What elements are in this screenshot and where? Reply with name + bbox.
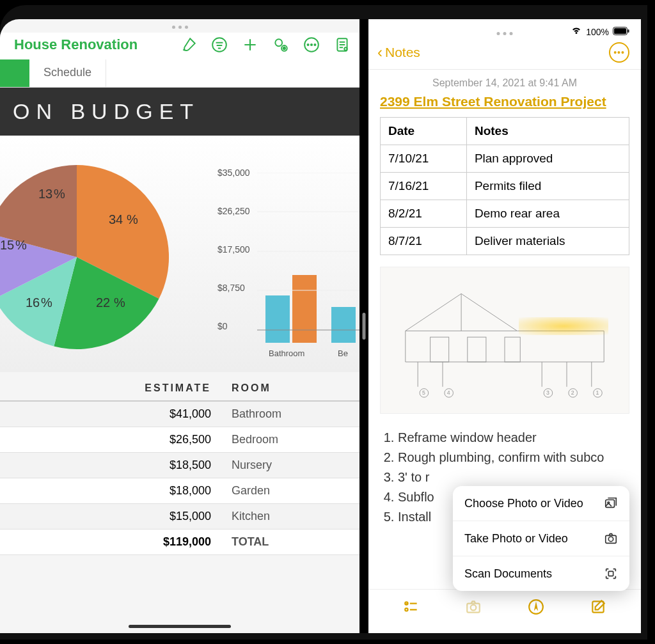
table-row[interactable]: 8/2/21Demo rear area (381, 200, 629, 228)
list-item[interactable]: Reframe window header (398, 428, 629, 448)
note-table[interactable]: DateNotes 7/10/21Plan approved7/16/21Per… (380, 117, 629, 255)
photo-library-icon (604, 496, 618, 510)
svg-point-5 (308, 44, 309, 45)
svg-rect-19 (468, 337, 486, 362)
share-icon[interactable] (272, 36, 289, 53)
table-row[interactable]: $26,500Bedroom (0, 427, 359, 453)
svg-text:1: 1 (596, 389, 599, 396)
draw-icon[interactable] (528, 599, 544, 619)
room-header: ROOM (224, 382, 352, 394)
pie-label: 22 (96, 295, 110, 310)
notes-toolbar (368, 589, 641, 633)
numbers-toolbar: House Renovation (0, 33, 359, 59)
list-item[interactable]: 3' to r (398, 467, 629, 487)
svg-point-7 (314, 44, 315, 45)
table-row[interactable]: 8/7/21Deliver materials (381, 228, 629, 255)
highlight-mark (519, 317, 608, 335)
tab-schedule[interactable]: Schedule (29, 59, 106, 87)
pie-label: 15 (0, 238, 14, 253)
svg-text:4: 4 (447, 389, 450, 396)
svg-text:3: 3 (546, 389, 549, 396)
list-item[interactable]: Rough plumbing, confirm with subco (398, 448, 629, 467)
table-row[interactable]: $18,500Nursery (0, 453, 359, 478)
back-chevron-icon[interactable]: ‹ (377, 43, 383, 61)
svg-rect-41 (593, 601, 604, 612)
note-title[interactable]: 2399 Elm Street Renovation Project (380, 94, 629, 109)
pie-label: 34 (109, 212, 123, 227)
popup-scan-documents[interactable]: Scan Documents (453, 556, 629, 591)
svg-rect-18 (430, 337, 449, 362)
estimate-header: ESTIMATE (0, 382, 224, 394)
tab-active[interactable] (0, 59, 29, 87)
table-row[interactable]: 7/10/21Plan approved (381, 145, 629, 173)
popup-choose-photo[interactable]: Choose Photo or Video (453, 486, 629, 521)
svg-point-6 (311, 44, 312, 45)
wifi-icon (571, 26, 582, 38)
camera-toolbar-icon[interactable] (465, 599, 482, 619)
bar-chart[interactable]: $35,000 $26,250 $17,500 $8,750 $0 Bathro… (217, 155, 359, 366)
svg-point-3 (283, 47, 285, 49)
numbers-app: House Renovation Schedule ON B (0, 19, 359, 633)
table-total-row: $119,000TOTAL (0, 530, 359, 555)
note-more-icon[interactable]: ••• (609, 42, 629, 63)
table-row[interactable]: $18,000Garden (0, 478, 359, 504)
svg-point-0 (212, 38, 226, 52)
scan-icon (604, 567, 618, 581)
document-title[interactable]: House Renovation (14, 36, 166, 53)
pie-label: 13 (38, 187, 52, 201)
table-row[interactable]: $41,000Bathroom (0, 402, 359, 427)
sheet-tabs: Schedule (0, 59, 359, 88)
popup-take-photo[interactable]: Take Photo or Video (453, 521, 629, 556)
estimate-table: ESTIMATE ROOM $41,000Bathroom$26,500Bedr… (0, 372, 359, 555)
table-row[interactable]: 7/16/21Permits filed (381, 173, 629, 200)
multitask-dots-right[interactable] (497, 26, 513, 39)
svg-text:5: 5 (422, 389, 425, 396)
battery-percent: 100% (586, 27, 609, 37)
checklist-icon[interactable] (403, 599, 420, 619)
filter-icon[interactable] (211, 36, 228, 53)
chart-area: 34% 22% 16% 15% 13% $35,000 $26,250 $17,… (0, 136, 359, 372)
document-icon[interactable] (334, 36, 351, 53)
svg-point-37 (405, 608, 407, 611)
svg-rect-17 (628, 29, 629, 33)
plus-icon[interactable] (242, 36, 258, 53)
pie-chart[interactable]: 34% 22% 16% 15% 13% (0, 155, 217, 366)
svg-text:2: 2 (571, 389, 574, 396)
blueprint-image[interactable]: 5 4 3 2 1 (380, 267, 629, 414)
banner-title: ON BUDGET (0, 88, 359, 136)
status-bar: 100% (368, 19, 641, 38)
svg-rect-35 (608, 571, 613, 576)
svg-point-39 (471, 605, 477, 611)
battery-icon (613, 27, 629, 37)
attach-popup: Choose Photo or Video Take Photo or Vide… (453, 486, 629, 591)
pie-label: 16 (26, 295, 40, 310)
svg-point-34 (608, 537, 613, 541)
split-divider[interactable] (359, 19, 368, 633)
notes-app: 100% ‹ Notes ••• September 14, 2021 at 9… (368, 19, 641, 633)
svg-rect-16 (614, 28, 626, 34)
notes-header: ‹ Notes ••• (368, 38, 641, 70)
svg-point-1 (275, 39, 282, 46)
compose-icon[interactable] (590, 599, 606, 619)
brush-icon[interactable] (180, 36, 197, 53)
svg-rect-20 (505, 337, 520, 362)
svg-rect-31 (606, 500, 615, 508)
camera-icon (604, 531, 618, 546)
note-timestamp: September 14, 2021 at 9:41 AM (380, 77, 629, 89)
home-indicator[interactable] (129, 625, 231, 628)
table-row[interactable]: $15,000Kitchen (0, 504, 359, 530)
more-icon[interactable] (303, 36, 320, 53)
multitask-dots-left[interactable] (0, 19, 359, 33)
svg-point-9 (344, 47, 347, 50)
back-button[interactable]: Notes (385, 45, 609, 60)
